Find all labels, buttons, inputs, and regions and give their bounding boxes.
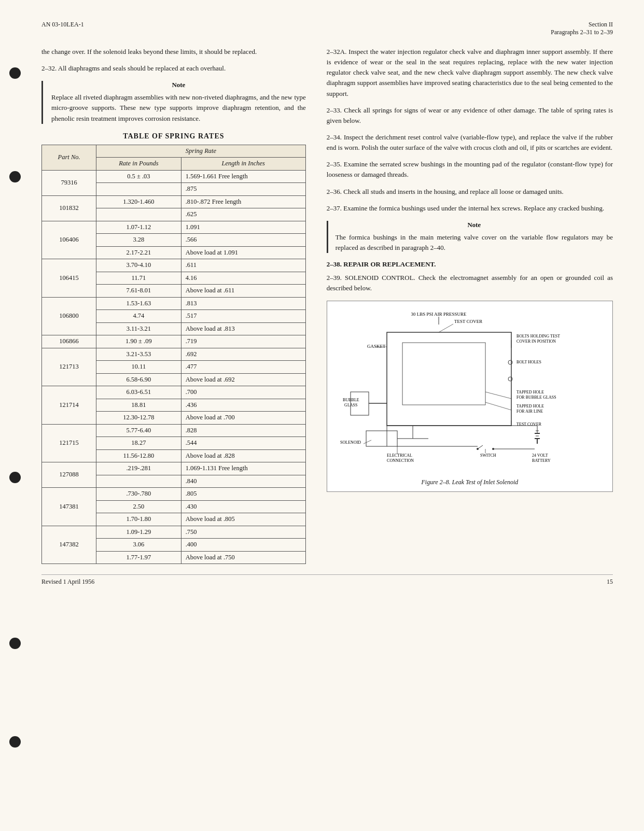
table-cell-part-no: 121713 [42,348,96,386]
svg-text:FOR BUBBLE GLASS: FOR BUBBLE GLASS [516,395,556,400]
table-cell-part-no: 106406 [42,221,96,259]
page-number: 15 [607,578,613,586]
table-cell-length: Above load at .813 [181,322,305,335]
table-cell-length: Above load at .692 [181,373,305,386]
svg-text:COVER IN POSITION: COVER IN POSITION [516,339,556,344]
table-cell-rate: 1.07-1.12 [96,221,181,234]
table-cell-length: .700 [181,386,305,399]
footer-revised: Revised 1 April 1956 [41,578,94,586]
table-cell-rate: 7.61-8.01 [96,285,181,298]
svg-text:TAPPED HOLE: TAPPED HOLE [516,390,544,395]
note-text-right: The formica bushings in the main meterin… [335,232,613,253]
table-cell-rate: 3.21-3.53 [96,348,181,361]
figure-caption: Figure 2–8. Leak Test of Inlet Solenoid [332,478,607,486]
figure-2-8: 30 LBS PSI AIR PRESSURE TEST COVER GASKE… [327,301,613,492]
col-header-part-no: Part No. [42,145,96,170]
right-column: 2–32A. Inspect the water injection regul… [327,47,613,564]
table-cell-length: .436 [181,399,305,412]
doc-number: AN 03-10LEA-1 [41,21,84,29]
table-cell-rate: 4.74 [96,310,181,323]
table-cell-length: .813 [181,297,305,310]
bullet-5 [9,736,21,748]
table-cell-length: .875 [181,183,305,196]
table-cell-length: .611 [181,259,305,272]
table-cell-rate: 12.30-12.78 [96,412,181,425]
table-cell-length: 1.569-1.661 Free length [181,170,305,183]
table-cell-length: .719 [181,335,305,348]
table-cell-length: .544 [181,437,305,450]
table-cell-rate: 1.320-1.460 [96,195,181,208]
svg-text:BUBBLE: BUBBLE [343,398,359,402]
table-cell-rate: .730-.780 [96,488,181,501]
table-cell-part-no: 106415 [42,259,96,298]
table-cell-length: Above load at 1.091 [181,246,305,259]
svg-text:BOLTS HOLDING TEST: BOLTS HOLDING TEST [516,334,560,339]
table-cell-rate: 3.06 [96,539,181,552]
table-cell-rate: 18.81 [96,399,181,412]
main-content: the change over. If the solenoid leaks b… [41,47,613,564]
svg-text:30 LBS PSI AIR PRESSURE: 30 LBS PSI AIR PRESSURE [411,312,467,317]
svg-text:BATTERY: BATTERY [532,458,551,463]
svg-text:ELECTRICAL: ELECTRICAL [387,453,412,458]
table-cell-rate: 3.70-4.10 [96,259,181,272]
bullet-1 [9,67,21,79]
table-cell-rate: 5.77-6.40 [96,424,181,437]
para-2-32a: 2–32A. Inspect the water injection regul… [327,47,613,99]
table-cell-part-no: 147382 [42,526,96,564]
svg-text:CONNECTION: CONNECTION [387,458,414,463]
table-cell-rate: 3.11-3.21 [96,322,181,335]
table-cell-part-no: 101832 [42,195,96,221]
table-cell-rate: 1.09-1.29 [96,526,181,539]
table-cell-part-no: 79316 [42,170,96,195]
note-text-left: Replace all riveted diaphragm assemblies… [51,92,306,123]
table-cell-rate: 11.71 [96,272,181,285]
para-2-36: 2–36. Check all studs and inserts in the… [327,187,613,197]
table-cell-part-no: 121715 [42,424,96,462]
table-cell-length: .840 [181,475,305,488]
page: AN 03-10LEA-1 Section II Paragraphs 2–31… [0,0,644,831]
svg-text:SWITCH: SWITCH [480,453,496,458]
col-header-length: Length in Inches [181,158,305,171]
svg-text:BOLT HOLES: BOLT HOLES [516,360,541,364]
para-2-37: 2–37. Examine the formica bushings used … [327,203,613,214]
para-2-33: 2–33. Check all springs for signs of wea… [327,105,613,126]
table-cell-rate: 6.03-6.51 [96,386,181,399]
table-cell-rate: 18.27 [96,437,181,450]
table-cell-part-no: 147381 [42,488,96,526]
table-cell-rate: 1.77-1.97 [96,551,181,564]
svg-text:GASKET: GASKET [367,344,386,349]
bullet-3 [9,472,21,483]
page-footer: Revised 1 April 1956 15 [41,574,613,586]
table-cell-length: .566 [181,234,305,247]
table-cell-rate: 2.17-2.21 [96,246,181,259]
table-cell-length: .810-.872 Free length [181,195,305,208]
table-cell-length: 1.069-1.131 Free length [181,462,305,475]
intro-paragraph: the change over. If the solenoid leaks b… [41,47,306,57]
table-title: TABLE OF SPRING RATES [41,132,306,140]
svg-text:TEST COVER: TEST COVER [516,422,542,427]
table-cell-length: .692 [181,348,305,361]
svg-point-36 [477,448,479,450]
table-cell-part-no: 121714 [42,386,96,425]
table-cell-length: .430 [181,500,305,513]
table-cell-length: 4.16 [181,272,305,285]
table-cell-rate: 1.90 ± .09 [96,335,181,348]
table-cell-rate: 1.70-1.80 [96,513,181,526]
solenoid-diagram: 30 LBS PSI AIR PRESSURE TEST COVER GASKE… [332,306,607,472]
table-cell-length: Above load at .828 [181,449,305,462]
svg-rect-0 [335,306,605,472]
table-cell-rate: 1.53-1.63 [96,297,181,310]
svg-text:SOLENOID: SOLENOID [340,440,361,445]
svg-text:FOR AIR LINE: FOR AIR LINE [516,409,543,414]
bullet-2 [9,171,21,182]
left-column: the change over. If the solenoid leaks b… [41,47,306,564]
table-cell-rate: 6.58-6.90 [96,373,181,386]
para-2-35: 2–35. Examine the serrated screw bushing… [327,159,613,180]
section-info: Section II Paragraphs 2–31 to 2–39 [551,21,613,36]
para-2-32: 2–32. All diaphragms and seals should be… [41,63,306,74]
note-box-right: Note The formica bushings in the main me… [327,221,613,253]
table-cell-rate: 10.11 [96,361,181,374]
table-cell-length: Above load at .805 [181,513,305,526]
svg-text:TEST COVER: TEST COVER [454,319,482,324]
table-cell-rate: 3.28 [96,234,181,247]
